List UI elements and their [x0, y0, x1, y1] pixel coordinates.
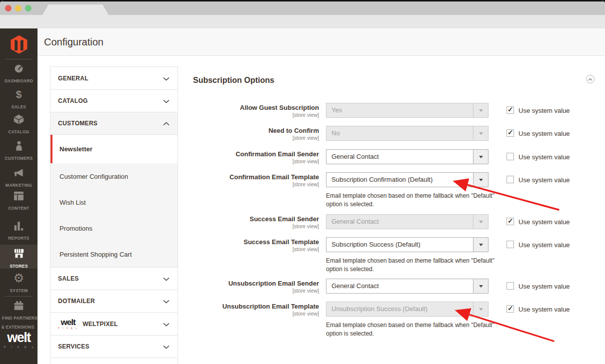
zoom-window-button[interactable]	[25, 5, 32, 11]
config-nav-section-next[interactable]	[50, 358, 178, 364]
sidebar-item-system[interactable]: ⚙ SYSTEM	[0, 273, 38, 294]
section-label: SALES	[58, 275, 79, 282]
config-nav-item-promotions[interactable]: Promotions	[50, 215, 178, 241]
reports-icon	[0, 220, 38, 231]
select-arrow-icon	[473, 150, 488, 164]
allow-guest-subscription-select[interactable]: Yes	[326, 103, 488, 118]
field-label: Allow Guest Subscription [store view]	[178, 104, 319, 119]
use-system-value-label[interactable]: Use system value	[518, 130, 570, 137]
config-nav-section-sales[interactable]: SALES	[50, 267, 178, 290]
section-label: GENERAL	[58, 75, 88, 82]
sidebar-item-dashboard[interactable]: DASHBOARD	[0, 63, 38, 84]
sidebar-item-sales[interactable]: $ SALES	[0, 89, 38, 110]
stores-icon	[0, 248, 38, 259]
sidebar-item-reports[interactable]: REPORTS	[0, 220, 38, 242]
field-label: Need to Confirm [store view]	[178, 127, 319, 142]
section-label: WELTPIXEL	[82, 321, 118, 328]
magento-admin-app: DASHBOARD $ SALES CATALOG CUSTOMERS	[0, 28, 605, 364]
field-label: Confirmation Email Sender [store view]	[178, 151, 319, 165]
sidebar-item-customers[interactable]: CUSTOMERS	[0, 140, 38, 162]
weltpixel-logo-subtext: P I X E L	[0, 346, 38, 349]
scope-hint: [store view]	[178, 311, 319, 318]
browser-window: DASHBOARD $ SALES CATALOG CUSTOMERS	[0, 0, 605, 364]
weltpixel-logo: welt P I X E L	[0, 331, 38, 349]
select-arrow-icon	[473, 173, 488, 187]
use-system-value-checkbox[interactable]	[506, 106, 514, 114]
select-arrow-icon	[473, 279, 488, 293]
use-system-value-checkbox[interactable]	[506, 176, 514, 183]
config-nav-item-customer-configuration[interactable]: Customer Configuration	[50, 163, 178, 189]
scope-hint: [store view]	[178, 158, 319, 165]
sidebar-item-label: REPORTS	[8, 236, 30, 241]
sidebar-item-content[interactable]: CONTENT	[0, 190, 38, 212]
sidebar-item-stores[interactable]: STORES	[0, 245, 38, 269]
field-label: Unsubscription Email Sender [store view]	[178, 280, 319, 295]
unsubscription-email-template-select[interactable]: Unsubscription Success (Default)	[326, 302, 488, 317]
use-system-value-checkbox[interactable]	[506, 129, 514, 137]
admin-menu-sidebar: DASHBOARD $ SALES CATALOG CUSTOMERS	[0, 28, 38, 364]
page-title: Configuration	[44, 28, 104, 55]
use-system-value-checkbox[interactable]	[506, 153, 514, 160]
confirmation-email-template-select[interactable]: Subscription Confirmation (Default)	[326, 172, 488, 187]
section-label: SERVICES	[58, 343, 90, 350]
unsubscription-email-sender-select[interactable]: General Contact	[326, 279, 488, 294]
config-nav-section-catalog[interactable]: CATALOG	[50, 89, 178, 112]
config-nav-item-wish-list[interactable]: Wish List	[50, 189, 178, 215]
browser-titlebar	[0, 1, 605, 15]
use-system-value-label[interactable]: Use system value	[518, 176, 570, 184]
select-arrow-icon	[473, 238, 488, 252]
success-email-template-select[interactable]: Subscription Success (Default)	[326, 237, 488, 252]
sidebar-item-find-partners-extensions[interactable]: FIND PARTNERS & EXTENSIONS	[0, 300, 38, 331]
success-email-sender-select[interactable]: General Contact	[326, 214, 488, 229]
field-note: Email template chosen based on theme fal…	[326, 257, 502, 274]
use-system-value-checkbox[interactable]	[506, 305, 514, 313]
sidebar-item-label: SYSTEM	[10, 288, 28, 293]
scope-hint: [store view]	[178, 135, 319, 142]
field-note: Email template chosen based on theme fal…	[326, 192, 502, 209]
config-nav-section-weltpixel[interactable]: welt P I X E L WELTPIXEL	[50, 312, 178, 335]
use-system-value-label[interactable]: Use system value	[518, 107, 570, 114]
config-nav-item-newsletter[interactable]: Newsletter	[50, 135, 178, 163]
weltpixel-logo-text: welt	[0, 331, 38, 345]
chevron-down-icon	[163, 74, 170, 83]
sidebar-divider	[5, 296, 32, 297]
browser-tab[interactable]	[42, 4, 108, 15]
field-label: Unsubscription Email Template [store vie…	[178, 303, 319, 318]
config-nav-section-customers[interactable]: CUSTOMERS	[50, 112, 178, 134]
use-system-value-checkbox[interactable]	[506, 282, 514, 290]
use-system-value-label[interactable]: Use system value	[518, 241, 570, 249]
collapse-section-button[interactable]	[586, 75, 594, 83]
sidebar-item-label: DASHBOARD	[4, 78, 33, 83]
config-nav-section-general[interactable]: GENERAL	[50, 67, 178, 89]
sidebar-item-label: CATALOG	[8, 129, 29, 134]
sidebar-item-catalog[interactable]: CATALOG	[0, 114, 38, 135]
sidebar-item-marketing[interactable]: MARKETING	[0, 167, 38, 189]
confirmation-email-sender-select[interactable]: General Contact	[326, 149, 488, 164]
select-arrow-icon	[473, 103, 488, 117]
section-label: CUSTOMERS	[58, 120, 98, 127]
use-system-value-label[interactable]: Use system value	[518, 283, 570, 290]
section-label: CATALOG	[58, 97, 88, 104]
panel-title: Subscription Options	[193, 76, 274, 85]
use-system-value-checkbox[interactable]	[506, 241, 514, 248]
sidebar-item-label: CONTENT	[8, 206, 29, 211]
config-nav-item-persistent-shopping-cart[interactable]: Persistent Shopping Cart	[50, 241, 178, 267]
config-nav-section-services[interactable]: SERVICES	[50, 335, 178, 358]
use-system-value-label[interactable]: Use system value	[518, 153, 570, 161]
use-system-value-checkbox[interactable]	[506, 218, 514, 225]
system-icon: ⚙	[0, 273, 38, 284]
need-to-confirm-select[interactable]: No	[326, 126, 488, 141]
config-nav-section-dotmailer[interactable]: DOTMAILER	[50, 290, 178, 312]
use-system-value-label[interactable]: Use system value	[518, 306, 570, 313]
chevron-down-icon	[163, 320, 170, 329]
sidebar-item-label: SALES	[12, 104, 26, 109]
close-window-button[interactable]	[5, 5, 12, 11]
minimize-window-button[interactable]	[15, 5, 22, 11]
magento-logo[interactable]	[0, 34, 38, 58]
use-system-value-label[interactable]: Use system value	[518, 218, 570, 226]
sidebar-item-label: CUSTOMERS	[5, 156, 33, 161]
select-arrow-icon	[473, 215, 488, 229]
customers-subsections: Newsletter Customer Configuration Wish L…	[50, 134, 178, 267]
chevron-down-icon	[163, 274, 170, 283]
chevron-down-icon	[163, 342, 170, 351]
